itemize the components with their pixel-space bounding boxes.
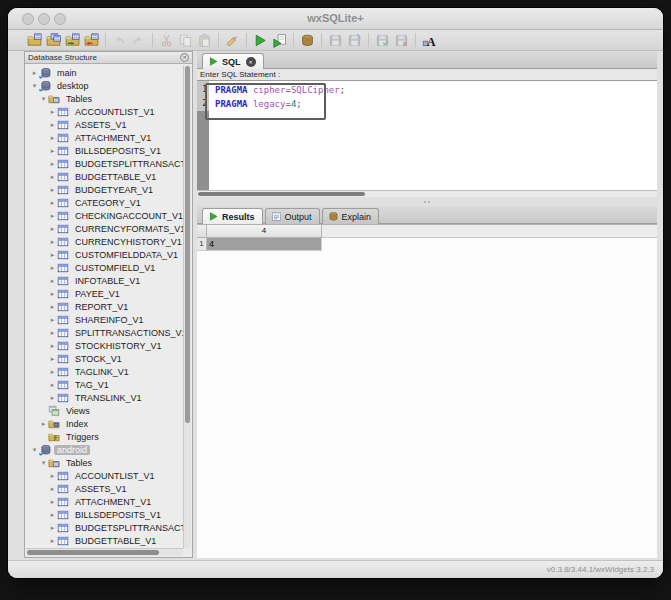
tree-item-index[interactable]: ▸Index	[26, 417, 183, 430]
tree-expander-icon[interactable]: ▸	[48, 118, 57, 131]
tree-item-tag-v1[interactable]: ▸TAG_V1	[26, 378, 183, 391]
tree-expander-icon[interactable]: ▸	[30, 66, 39, 79]
tab-output[interactable]: Output	[265, 208, 320, 224]
tree-item-billsdeposits-v1[interactable]: ▸BILLSDEPOSITS_V1	[26, 508, 183, 521]
tree-expander-icon[interactable]: ▾	[30, 443, 39, 456]
tree-expander-icon[interactable]: ▸	[48, 352, 57, 365]
sql-editor[interactable]: 12 PRAGMA cipher=SQLCipher;PRAGMA legacy…	[197, 80, 657, 190]
splitter-sash[interactable]	[197, 197, 657, 206]
tree-expander-icon[interactable]: ▸	[48, 157, 57, 170]
tree-expander-icon[interactable]: ▸	[48, 495, 57, 508]
tree-item-customfielddata-v1[interactable]: ▸CUSTOMFIELDDATA_V1	[26, 248, 183, 261]
tree-item-report-v1[interactable]: ▸REPORT_V1	[26, 300, 183, 313]
sidebar-close-icon[interactable]	[180, 53, 189, 62]
tree-expander-icon[interactable]: ▸	[48, 261, 57, 274]
tree-expander-icon[interactable]: ▸	[48, 365, 57, 378]
tree-expander-icon[interactable]: ▸	[48, 170, 57, 183]
execute-script-button[interactable]	[271, 32, 288, 49]
tree-item-taglink-v1[interactable]: ▸TAGLINK_V1	[26, 365, 183, 378]
tree-item-assets-v1[interactable]: ▸ASSETS_V1	[26, 482, 183, 495]
tree-item-triggers[interactable]: Triggers	[26, 430, 183, 443]
tree-item-currencyformats-v1[interactable]: ▸CURRENCYFORMATS_V1	[26, 222, 183, 235]
attach-database-button[interactable]	[64, 32, 81, 49]
tab-sql[interactable]: SQL	[202, 53, 264, 69]
tree-expander-icon[interactable]: ▸	[48, 534, 57, 547]
tree-expander-icon[interactable]: ▸	[48, 378, 57, 391]
editor-scrollbar-thumb[interactable]	[198, 192, 365, 196]
tree-expander-icon[interactable]: ▸	[48, 339, 57, 352]
tree-item-stockhistory-v1[interactable]: ▸STOCKHISTORY_V1	[26, 339, 183, 352]
tree-item-stock-v1[interactable]: ▸STOCK_V1	[26, 352, 183, 365]
tree-item-assets-v1[interactable]: ▸ASSETS_V1	[26, 118, 183, 131]
tree-expander-icon[interactable]: ▸	[48, 235, 57, 248]
editor-font-button[interactable]: A	[421, 32, 438, 49]
tree-expander-icon[interactable]: ▾	[30, 79, 39, 92]
tree-expander-icon[interactable]: ▸	[48, 144, 57, 157]
tree-item-payee-v1[interactable]: ▸PAYEE_V1	[26, 287, 183, 300]
tree-expander-icon[interactable]: ▸	[48, 105, 57, 118]
tree-item-budgetsplittransactions-v[interactable]: ▸BUDGETSPLITTRANSACTIONS_V	[26, 521, 183, 534]
tree-item-android[interactable]: ▾android	[26, 443, 183, 456]
tree-expander-icon[interactable]: ▸	[48, 131, 57, 144]
tab-explain[interactable]: Explain	[322, 208, 380, 224]
tree-expander-icon[interactable]: ▸	[48, 300, 57, 313]
grid-row-header[interactable]: 1	[197, 238, 207, 251]
table-icon	[57, 535, 72, 547]
grid-column-header[interactable]: 4	[207, 225, 322, 238]
tree-item-budgetyear-v1[interactable]: ▸BUDGETYEAR_V1	[26, 183, 183, 196]
horizontal-scrollbar-thumb[interactable]	[27, 550, 159, 555]
tree-item-currencyhistory-v1[interactable]: ▸CURRENCYHISTORY_V1	[26, 235, 183, 248]
zoom-window-button[interactable]	[54, 13, 66, 25]
tree-item-views[interactable]: Views	[26, 404, 183, 417]
tree-item-budgettable-v1[interactable]: ▸BUDGETTABLE_V1	[26, 170, 183, 183]
tree-item-attachment-v1[interactable]: ▸ATTACHMENT_V1	[26, 131, 183, 144]
tree-expander-icon[interactable]: ▸	[48, 274, 57, 287]
tree-expander-icon[interactable]: ▾	[39, 456, 48, 469]
tree-item-category-v1[interactable]: ▸CATEGORY_V1	[26, 196, 183, 209]
tree-expander-icon[interactable]: ▸	[48, 521, 57, 534]
tree-expander-icon[interactable]: ▸	[48, 183, 57, 196]
open-database-button[interactable]	[26, 32, 43, 49]
tree-expander-icon[interactable]: ▸	[48, 209, 57, 222]
minimize-window-button[interactable]	[38, 13, 50, 25]
open-multiple-databases-button[interactable]	[45, 32, 62, 49]
clear-editor-button[interactable]	[224, 32, 241, 49]
tree-item-translink-v1[interactable]: ▸TRANSLINK_V1	[26, 391, 183, 404]
tree-expander-icon[interactable]: ▸	[48, 508, 57, 521]
tree-item-splittransactions-v1[interactable]: ▸SPLITTRANSACTIONS_V1	[26, 326, 183, 339]
tree-item-shareinfo-v1[interactable]: ▸SHAREINFO_V1	[26, 313, 183, 326]
tree-expander-icon[interactable]: ▸	[48, 248, 57, 261]
tree-item-checkingaccount-v1[interactable]: ▸CHECKINGACCOUNT_V1	[26, 209, 183, 222]
tree-item-attachment-v1[interactable]: ▸ATTACHMENT_V1	[26, 495, 183, 508]
grid-cell[interactable]: 4	[207, 238, 322, 251]
tree-item-accountlist-v1[interactable]: ▸ACCOUNTLIST_V1	[26, 105, 183, 118]
tree-item-billsdeposits-v1[interactable]: ▸BILLSDEPOSITS_V1	[26, 144, 183, 157]
detach-database-button[interactable]	[83, 32, 100, 49]
tree-item-desktop[interactable]: ▾desktop	[26, 79, 183, 92]
grid-corner-cell[interactable]	[197, 225, 207, 238]
tree-expander-icon[interactable]: ▸	[48, 313, 57, 326]
tree-expander-icon[interactable]: ▾	[39, 92, 48, 105]
vertical-scrollbar-thumb[interactable]	[185, 66, 190, 423]
tree-item-budgetsplittransactions-v[interactable]: ▸BUDGETSPLITTRANSACTIONS_V	[26, 157, 183, 170]
close-window-button[interactable]	[22, 13, 34, 25]
execute-sql-button[interactable]	[252, 32, 269, 49]
tree-item-accountlist-v1[interactable]: ▸ACCOUNTLIST_V1	[26, 469, 183, 482]
tree-expander-icon[interactable]: ▸	[48, 482, 57, 495]
tree-item-budgettable-v1[interactable]: ▸BUDGETTABLE_V1	[26, 534, 183, 547]
tree-expander-icon[interactable]: ▸	[39, 417, 48, 430]
explain-query-button[interactable]	[299, 32, 316, 49]
tree-expander-icon[interactable]: ▸	[48, 196, 57, 209]
tree-item-customfield-v1[interactable]: ▸CUSTOMFIELD_V1	[26, 261, 183, 274]
tree-expander-icon[interactable]: ▸	[48, 222, 57, 235]
tree-expander-icon[interactable]: ▸	[48, 469, 57, 482]
tab-close-icon[interactable]	[246, 57, 256, 67]
tree-expander-icon[interactable]: ▸	[48, 326, 57, 339]
tree-expander-icon[interactable]: ▸	[48, 391, 57, 404]
tree-item-tables[interactable]: ▾Tables	[26, 92, 183, 105]
tree-item-infotable-v1[interactable]: ▸INFOTABLE_V1	[26, 274, 183, 287]
tree-item-main[interactable]: ▸main	[26, 66, 183, 79]
tree-item-tables[interactable]: ▾Tables	[26, 456, 183, 469]
tree-expander-icon[interactable]: ▸	[48, 287, 57, 300]
tab-results[interactable]: Results	[202, 208, 263, 224]
